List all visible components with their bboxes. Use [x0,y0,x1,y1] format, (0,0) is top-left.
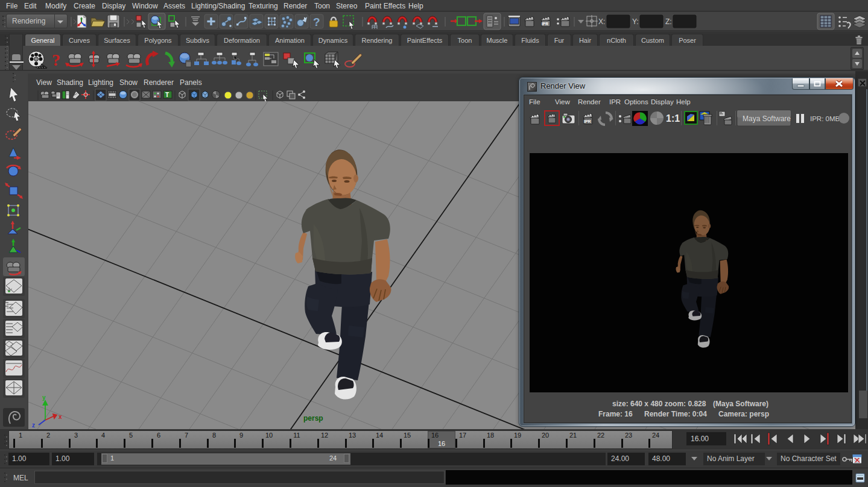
svg-text:Maya Software: Maya Software [743,115,791,123]
svg-text:z: z [32,422,35,429]
svg-text:1:1: 1:1 [666,113,680,124]
svg-text:X:: X: [598,17,605,26]
svg-text:x: x [59,413,62,420]
svg-text:IPR: 0MB: IPR: 0MB [810,115,840,122]
svg-text:Z:: Z: [665,17,672,26]
svg-text:IPR: IPR [542,22,548,26]
svg-text:T: T [165,92,169,98]
svg-text:IPR: IPR [584,119,591,124]
svg-text:?: ? [313,16,320,28]
svg-text:?: ? [52,51,60,68]
svg-text:y: y [42,394,46,401]
svg-text:Y:: Y: [632,17,639,26]
